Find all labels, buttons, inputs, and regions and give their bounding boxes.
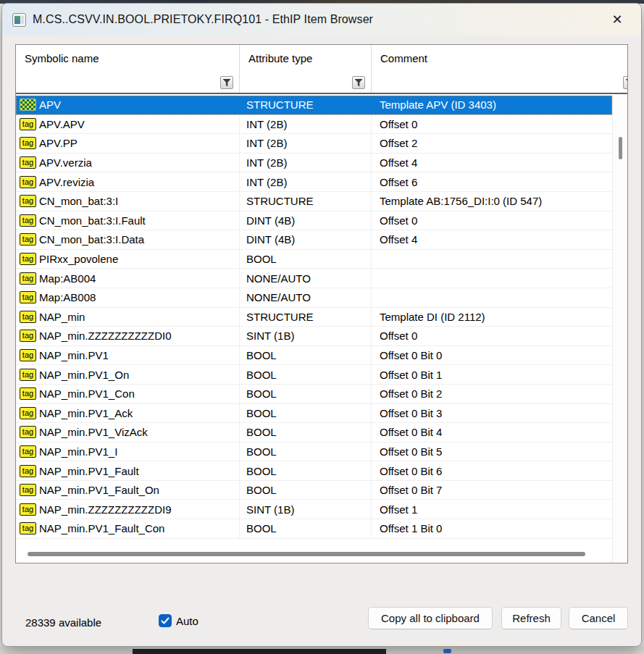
symbolic-name-cell: tag NAP_min.PV1_Ack bbox=[16, 404, 240, 423]
symbolic-name-cell: tag NAP_min.PV1_Fault_Con bbox=[16, 519, 240, 538]
row-symbolic-name: CN_mon_bat:3:I bbox=[39, 195, 118, 207]
row-comment: Offset 1 bbox=[380, 503, 417, 516]
comment-cell: Offset 0 Bit 4 bbox=[372, 423, 612, 442]
attribute-type-cell: NONE/AUTO bbox=[240, 288, 372, 307]
tag-icon: tag bbox=[20, 291, 36, 303]
app-window-icon bbox=[12, 13, 26, 27]
table-row[interactable]: tag NAP_min.PV1_Fault BOOL Offset 0 Bit … bbox=[16, 461, 612, 481]
table-row[interactable]: tag Map:AB008 NONE/AUTO bbox=[16, 288, 612, 308]
row-comment: Template DI (ID 2112) bbox=[380, 311, 485, 323]
comment-cell: Offset 0 Bit 1 bbox=[372, 365, 612, 384]
table-row[interactable]: tag APV.revizia INT (2B) Offset 6 bbox=[16, 172, 612, 192]
table-row[interactable]: tag CN_mon_bat:3:I.Fault DINT (4B) Offse… bbox=[16, 211, 612, 231]
row-symbolic-name: NAP_min.PV1_Fault_Con bbox=[39, 522, 164, 534]
table-row[interactable]: tag NAP_min.PV1_On BOOL Offset 0 Bit 1 bbox=[16, 365, 612, 385]
row-attribute-type: BOOL bbox=[246, 369, 277, 381]
tag-icon: tag bbox=[20, 369, 36, 381]
table-row[interactable]: tag NAP_min.ZZZZZZZZZZDI0 SINT (1B) Offs… bbox=[16, 327, 612, 346]
table-row[interactable]: tag Map:AB004 NONE/AUTO bbox=[16, 269, 612, 288]
attribute-type-cell: NONE/AUTO bbox=[240, 269, 372, 288]
row-comment: Offset 0 Bit 0 bbox=[380, 349, 442, 361]
attribute-type-cell: STRUCTURE bbox=[240, 96, 372, 114]
row-attribute-type: STRUCTURE bbox=[246, 98, 314, 111]
table-body: tag APV STRUCTURE Template APV (ID 3403)… bbox=[16, 96, 612, 539]
row-comment: Template AB:1756_DI:I:0 (ID 547) bbox=[380, 195, 542, 207]
column-label: Attribute type bbox=[248, 52, 312, 64]
table-row[interactable]: tag APV.APV INT (2B) Offset 0 bbox=[16, 115, 612, 135]
table-row[interactable]: tag NAP_min.PV1_VizAck BOOL Offset 0 Bit… bbox=[16, 423, 612, 443]
comment-cell: Offset 0 Bit 7 bbox=[372, 481, 612, 500]
row-attribute-type: INT (2B) bbox=[246, 176, 287, 188]
table-row[interactable]: tag NAP_min.PV1_Fault_Con BOOL Offset 1 … bbox=[16, 519, 612, 539]
tag-icon: tag bbox=[20, 387, 36, 400]
close-button[interactable]: ✕ bbox=[605, 4, 630, 35]
comment-cell: Offset 0 bbox=[372, 327, 612, 345]
row-attribute-type: NONE/AUTO bbox=[246, 272, 311, 285]
attribute-type-cell: SINT (1B) bbox=[240, 327, 372, 345]
row-symbolic-name: NAP_min bbox=[39, 311, 85, 323]
row-symbolic-name: PIRxx_povolene bbox=[39, 253, 118, 265]
comment-cell: Offset 0 bbox=[372, 211, 612, 230]
comment-cell: Offset 1 bbox=[372, 500, 612, 519]
row-attribute-type: INT (2B) bbox=[246, 118, 287, 130]
filter-button-comment[interactable] bbox=[623, 76, 627, 89]
symbolic-name-cell: tag NAP_min.ZZZZZZZZZZDI0 bbox=[16, 327, 240, 345]
tag-icon: tag bbox=[20, 426, 36, 438]
table-row[interactable]: tag APV.PP INT (2B) Offset 2 bbox=[16, 134, 612, 154]
filter-button-symbolic-name[interactable] bbox=[220, 76, 233, 89]
symbolic-name-cell: tag NAP_min.PV1_Fault_On bbox=[16, 481, 240, 500]
tag-icon: tag bbox=[20, 156, 36, 169]
table-row[interactable]: tag CN_mon_bat:3:I STRUCTURE Template AB… bbox=[16, 192, 612, 211]
refresh-button[interactable]: Refresh bbox=[501, 607, 561, 629]
table-row[interactable]: tag NAP_min.PV1 BOOL Offset 0 Bit 0 bbox=[16, 346, 612, 366]
symbolic-name-cell: tag NAP_min.PV1_VizAck bbox=[16, 423, 240, 442]
cancel-button[interactable]: Cancel bbox=[569, 607, 628, 629]
vertical-scrollbar-thumb[interactable] bbox=[619, 137, 622, 159]
table-row[interactable]: tag NAP_min.PV1_Con BOOL Offset 0 Bit 2 bbox=[16, 385, 612, 404]
table-row[interactable]: tag APV.verzia INT (2B) Offset 4 bbox=[16, 154, 612, 173]
table-row[interactable]: tag NAP_min.PV1_Ack BOOL Offset 0 Bit 3 bbox=[16, 404, 612, 424]
row-comment: Offset 0 Bit 4 bbox=[380, 426, 442, 438]
attribute-type-cell: BOOL bbox=[240, 404, 372, 423]
row-comment: Offset 0 bbox=[380, 118, 417, 130]
tag-icon: tag bbox=[20, 233, 36, 246]
attribute-type-cell: STRUCTURE bbox=[240, 192, 372, 211]
symbolic-name-cell: tag PIRxx_povolene bbox=[16, 250, 240, 269]
table-row[interactable]: tag APV STRUCTURE Template APV (ID 3403) bbox=[16, 96, 612, 115]
tag-icon: tag bbox=[20, 407, 36, 419]
attribute-type-cell: BOOL bbox=[240, 250, 372, 269]
table-row[interactable]: tag NAP_min.ZZZZZZZZZZDI9 SINT (1B) Offs… bbox=[16, 500, 612, 519]
auto-checkbox[interactable] bbox=[159, 614, 172, 627]
row-attribute-type: DINT (4B) bbox=[246, 233, 295, 246]
vertical-scrollbar[interactable] bbox=[612, 96, 627, 563]
row-symbolic-name: APV.PP bbox=[39, 137, 78, 149]
attribute-type-cell: BOOL bbox=[240, 461, 372, 480]
table-row[interactable]: tag CN_mon_bat:3:I.Data DINT (4B) Offset… bbox=[16, 230, 612, 250]
table-row[interactable]: tag NAP_min.PV1_Fault_On BOOL Offset 0 B… bbox=[16, 481, 612, 500]
table-row[interactable]: tag NAP_min STRUCTURE Template DI (ID 21… bbox=[16, 308, 612, 327]
comment-cell: Offset 0 Bit 6 bbox=[372, 461, 612, 480]
attribute-type-cell: BOOL bbox=[240, 443, 372, 461]
copy-all-to-clipboard-button[interactable]: Copy all to clipboard bbox=[368, 607, 493, 629]
tag-icon: tag bbox=[20, 484, 36, 496]
tag-icon: tag bbox=[20, 272, 36, 285]
table-row[interactable]: tag PIRxx_povolene BOOL bbox=[16, 250, 612, 269]
row-symbolic-name: NAP_min.ZZZZZZZZZZDI0 bbox=[39, 330, 172, 342]
attribute-type-cell: STRUCTURE bbox=[240, 308, 372, 327]
row-symbolic-name: NAP_min.PV1_Ack bbox=[39, 407, 133, 419]
row-comment: Offset 0 Bit 6 bbox=[380, 465, 442, 477]
filter-button-attribute-type[interactable] bbox=[352, 76, 365, 89]
tag-icon: tag bbox=[20, 214, 36, 227]
attribute-type-cell: DINT (4B) bbox=[240, 230, 372, 249]
auto-checkbox-group[interactable]: Auto bbox=[159, 614, 198, 627]
comment-cell: Offset 6 bbox=[372, 172, 612, 191]
row-symbolic-name: Map:AB004 bbox=[39, 272, 96, 285]
row-attribute-type: BOOL bbox=[246, 465, 277, 477]
row-attribute-type: BOOL bbox=[246, 253, 277, 265]
horizontal-scrollbar-thumb[interactable] bbox=[28, 552, 585, 556]
attribute-type-cell: INT (2B) bbox=[240, 115, 372, 134]
table-row[interactable]: tag NAP_min.PV1_I BOOL Offset 0 Bit 5 bbox=[16, 443, 612, 462]
comment-cell: Template AB:1756_DI:I:0 (ID 547) bbox=[372, 192, 612, 211]
row-attribute-type: BOOL bbox=[246, 484, 277, 496]
attribute-type-cell: BOOL bbox=[240, 385, 372, 403]
